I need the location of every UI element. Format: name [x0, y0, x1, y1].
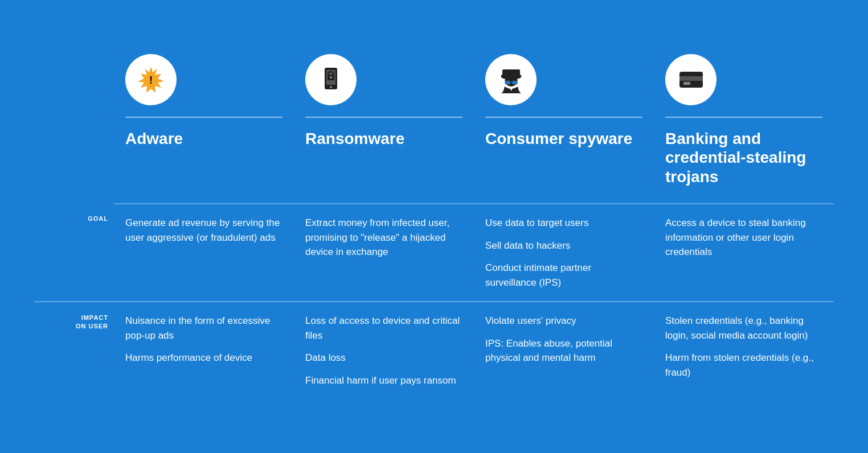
- spyware-impact-cell: Violate users' privacy IPS: Enables abus…: [474, 301, 654, 399]
- ransomware-icon: [305, 54, 357, 105]
- ransomware-title: Ransomware: [305, 129, 404, 149]
- adware-header: ! Adware: [114, 54, 294, 204]
- adware-divider: [125, 117, 282, 118]
- adware-impact-cell: Nuisance in the form of excessive pop-up…: [114, 301, 294, 399]
- ransomware-impact-3: Financial harm if user pays ransom: [305, 373, 462, 388]
- svg-point-6: [330, 76, 332, 79]
- spyware-icon: [485, 54, 537, 105]
- svg-rect-14: [679, 76, 703, 81]
- svg-text:!: !: [149, 75, 153, 86]
- adware-goal-cell: Generate ad revenue by serving the user …: [114, 203, 294, 301]
- ransomware-header: Ransomware: [294, 54, 474, 204]
- spyware-title: Consumer spyware: [485, 129, 632, 149]
- impact-label-cell: IMPACTON USER: [34, 301, 114, 399]
- ransomware-impact-1: Loss of access to device and critical fi…: [305, 314, 462, 343]
- ransomware-divider: [305, 117, 462, 118]
- svg-point-4: [330, 86, 332, 88]
- adware-impact-1: Nuisance in the form of excessive pop-up…: [125, 314, 282, 343]
- svg-rect-11: [512, 81, 517, 84]
- banking-icon: [665, 54, 716, 105]
- ransomware-goal-cell: Extract money from infected user, promis…: [294, 203, 474, 301]
- spyware-goal-1: Use data to target users: [485, 216, 642, 230]
- banking-impact-cell: Stolen credentials (e.g., banking login,…: [654, 301, 834, 399]
- svg-rect-10: [505, 81, 510, 84]
- adware-impact-2: Harms performance of device: [125, 351, 282, 365]
- ransomware-impact-2: Data loss: [305, 351, 462, 365]
- impact-section-label: IMPACTON USER: [76, 314, 108, 330]
- main-container: ! Adware Ransomware: [0, 31, 868, 422]
- spyware-divider: [485, 117, 642, 118]
- header-label-cell: [34, 54, 114, 204]
- spyware-goal-cell: Use data to target users Sell data to ha…: [474, 203, 654, 301]
- comparison-grid: ! Adware Ransomware: [34, 54, 834, 400]
- adware-title: Adware: [125, 129, 183, 149]
- banking-goal-1: Access a device to steal banking informa…: [665, 216, 822, 260]
- goal-label-cell: GOAL: [34, 203, 114, 301]
- banking-header: Banking and credential-stealing trojans: [654, 54, 834, 204]
- spyware-goal-3: Conduct intimate partner surveillance (I…: [485, 261, 642, 290]
- ransomware-impact-cell: Loss of access to device and critical fi…: [294, 301, 474, 399]
- spyware-header: Consumer spyware: [474, 54, 654, 204]
- banking-impact-2: Harm from stolen credentials (e.g., frau…: [665, 351, 822, 380]
- banking-divider: [665, 117, 822, 118]
- goal-section-label: GOAL: [88, 215, 108, 223]
- adware-goal-1: Generate ad revenue by serving the user …: [125, 216, 282, 245]
- spyware-goal-2: Sell data to hackers: [485, 238, 642, 253]
- banking-goal-cell: Access a device to steal banking informa…: [654, 203, 834, 301]
- ransomware-goal-1: Extract money from infected user, promis…: [305, 216, 462, 260]
- banking-title: Banking and credential-stealing trojans: [665, 129, 822, 187]
- banking-impact-1: Stolen credentials (e.g., banking login,…: [665, 314, 822, 343]
- svg-rect-15: [683, 82, 690, 85]
- spyware-impact-1: Violate users' privacy: [485, 314, 642, 328]
- adware-icon: !: [125, 54, 177, 105]
- spyware-impact-2: IPS: Enables abuse, potential physical a…: [485, 336, 642, 365]
